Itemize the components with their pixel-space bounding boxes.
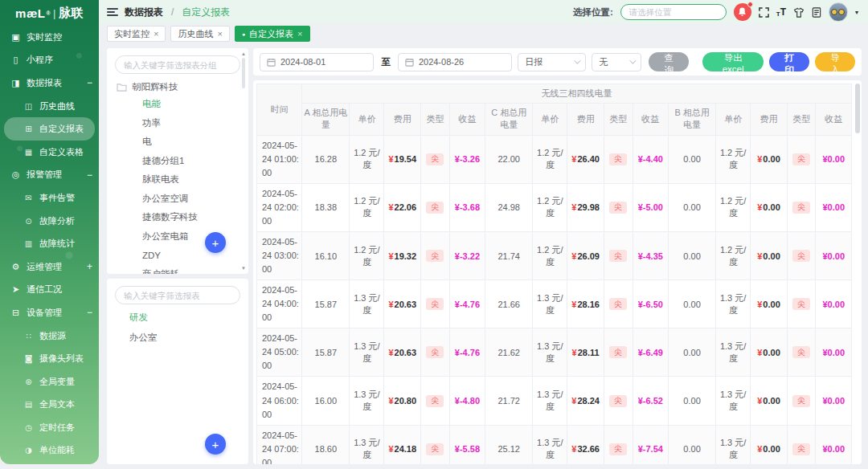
unit-cell: 1.3 元/度 <box>350 425 384 464</box>
sidebar-item-comm-status[interactable]: ➤通信工况 <box>0 279 99 302</box>
close-tab-icon[interactable]: × <box>154 29 158 39</box>
sidebar-subitem-fault-analysis[interactable]: ⊙故障分析 <box>0 210 99 233</box>
yen-symbol: ¥ <box>388 202 393 212</box>
time-cell: 2024-05-24 01:00:00 <box>257 135 302 183</box>
fee-amount: 0.00 <box>763 444 780 454</box>
close-tab-icon[interactable]: × <box>297 29 302 39</box>
expand-toggle-icon[interactable]: − <box>87 169 92 181</box>
tree-item[interactable]: 商户能耗 <box>107 265 248 275</box>
unit-cell: 1.3 元/度 <box>533 425 567 464</box>
column-header: 单价 <box>716 104 751 136</box>
num-cell: 16.00 <box>302 377 350 425</box>
sidebar-item-data-report[interactable]: ◨数据报表− <box>0 71 99 95</box>
theme-skin-icon[interactable] <box>793 7 805 18</box>
unit-cell: 1.2 元/度 <box>533 232 567 280</box>
tree-item[interactable]: 电 <box>107 133 248 152</box>
caret-down-icon[interactable]: ▾ <box>855 9 858 16</box>
sidebar-subitem-unit-energy[interactable]: ◑单位能耗 <box>0 439 99 463</box>
print-button[interactable]: 打印 <box>769 52 809 71</box>
num-cell: 18.38 <box>302 183 350 231</box>
tree-item[interactable]: ZDY <box>107 246 248 265</box>
sidebar-subitem-camera-list[interactable]: ◙摄像头列表 <box>0 347 99 370</box>
location-input[interactable] <box>620 4 727 20</box>
tab-label: 实时监控 <box>114 28 149 40</box>
tree-item[interactable]: 电能 <box>107 95 248 114</box>
group-filter-input[interactable] <box>115 55 240 74</box>
start-date-input[interactable]: 2024-08-01 <box>260 53 374 71</box>
table-row: 2024-05-24 07:00:0018.601.3 元/度¥24.18尖¥-… <box>257 425 852 464</box>
fee-cell: ¥20.63 <box>384 280 421 328</box>
scroll-up-icon[interactable]: ▲ <box>241 51 246 56</box>
scrollbar-thumb[interactable] <box>855 84 860 133</box>
sidebar-subitem-datasource[interactable]: ∷数据源 <box>0 324 99 348</box>
fullscreen-icon[interactable] <box>759 7 769 18</box>
tree-root-node[interactable]: 朝阳辉科技 <box>107 77 248 95</box>
ops-manage-icon: ⚙ <box>10 262 21 272</box>
sidebar-subitem-custom-table[interactable]: ▦自定义表格 <box>0 141 99 164</box>
expand-toggle-icon[interactable]: + <box>87 261 92 272</box>
tree-scrollbar[interactable]: ▲ ▼ <box>240 51 247 271</box>
sidebar-subitem-fault-stats[interactable]: ▥故障统计 <box>0 232 99 255</box>
sidebar-item-alarm-manage[interactable]: ◎报警管理− <box>0 164 99 187</box>
sidebar-item-miniapp[interactable]: ▯小程序 <box>0 49 99 72</box>
scrollbar-thumb[interactable] <box>242 58 245 88</box>
expand-toggle-icon[interactable]: − <box>87 77 92 88</box>
scroll-down-icon[interactable]: ▼ <box>241 266 246 271</box>
secondary-select[interactable]: 无 <box>592 53 641 71</box>
sidebar-subitem-label: 摄像头列表 <box>39 353 84 365</box>
alarm-bell-button[interactable] <box>734 3 751 21</box>
sidebar-item-realtime-monitor[interactable]: ▣实时监控 <box>0 26 99 49</box>
end-date-input[interactable]: 2024-08-26 <box>398 53 512 71</box>
tab-实时监控[interactable]: ●实时监控× <box>107 26 166 42</box>
tab-历史曲线[interactable]: ●历史曲线× <box>170 26 229 42</box>
add-report-button[interactable]: + <box>205 434 226 455</box>
time-cell: 2024-05-24 06:00:00 <box>257 377 302 425</box>
badge-cell: 尖 <box>421 183 450 231</box>
tree-item[interactable]: 功率 <box>107 114 248 133</box>
tree-item[interactable]: 办公室电箱 <box>107 227 248 247</box>
unit-cell: 1.3 元/度 <box>350 328 384 377</box>
yen-symbol: ¥ <box>388 396 393 406</box>
profit-cell: ¥-4.76 <box>449 328 485 377</box>
fee-cell: ¥20.63 <box>384 328 421 377</box>
document-icon[interactable] <box>812 7 821 18</box>
sidebar-subitem-history-curve[interactable]: ◫历史曲线 <box>0 95 99 118</box>
tree-item[interactable]: 捷德数字科技 <box>107 208 248 227</box>
sidebar-subitem-global-text[interactable]: ▤全局文本 <box>0 394 99 417</box>
sidebar-subitem-scheduled-task[interactable]: ◷定时任务 <box>0 416 99 439</box>
sidebar-subitem-global-variable[interactable]: ⊛全局变量 <box>0 370 99 394</box>
avatar-owl-eye <box>838 9 845 15</box>
rate-type-badge: 尖 <box>426 395 444 407</box>
query-button[interactable]: 查询 <box>649 52 689 71</box>
tree-item[interactable]: 办公室 <box>107 328 248 348</box>
sidebar-subitem-custom-report[interactable]: ⊞自定义报表 <box>4 117 95 141</box>
export-excel-button[interactable]: 导出excel <box>702 52 764 71</box>
sidebar-subitem-event-alert[interactable]: ✉事件告警 <box>0 186 99 210</box>
num-cell: 22.00 <box>485 135 533 183</box>
sidebar-item-label: 数据报表 <box>27 77 62 89</box>
unit-cell: 1.2 元/度 <box>350 183 384 231</box>
user-avatar[interactable] <box>829 2 848 22</box>
tree-item[interactable]: 捷德分组1 <box>107 152 248 171</box>
sidebar-item-ops-manage[interactable]: ⚙运维管理+ <box>0 255 99 279</box>
fee-amount: 28.16 <box>577 300 600 309</box>
tree-item[interactable]: 研发 <box>107 308 248 328</box>
import-button[interactable]: 导入 <box>815 52 855 71</box>
font-size-icon[interactable]: TT <box>776 6 786 18</box>
column-header: 类型 <box>421 104 450 136</box>
fee-amount: 24.18 <box>395 444 417 454</box>
period-select[interactable]: 日报 <box>518 53 586 71</box>
table-scrollbar[interactable] <box>854 82 861 463</box>
tab-自定义报表[interactable]: ●自定义报表× <box>235 26 310 42</box>
close-tab-icon[interactable]: × <box>217 29 222 39</box>
badge-cell: 尖 <box>604 183 633 231</box>
expand-toggle-icon[interactable]: − <box>87 307 92 318</box>
sidebar-item-device-manage[interactable]: ⊟设备管理− <box>0 301 99 324</box>
breadcrumb-root[interactable]: 数据报表 <box>125 6 163 19</box>
report-filter-input[interactable] <box>115 286 240 304</box>
table-row: 2024-05-24 02:00:0018.381.2 元/度¥22.06尖¥-… <box>257 183 852 231</box>
collapse-menu-icon[interactable] <box>107 8 118 16</box>
brand-logo: mæL® | 脉联 <box>0 0 99 26</box>
tree-item[interactable]: 办公室空调 <box>107 190 248 209</box>
tree-item[interactable]: 脉联电表 <box>107 170 248 190</box>
